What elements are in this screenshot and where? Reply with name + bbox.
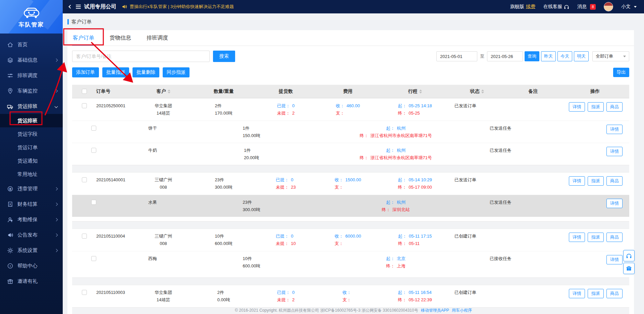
search-input[interactable]: [72, 51, 210, 62]
add-order-button[interactable]: 添加订单: [72, 67, 99, 77]
sidebar-item-invite[interactable]: 邀请有礼: [0, 273, 63, 289]
megaphone-icon: [7, 232, 13, 238]
row-checkbox[interactable]: [82, 177, 87, 182]
sidebar-item-freight-scheduling[interactable]: 货运排班: [0, 99, 63, 114]
goods-button[interactable]: 商品: [606, 233, 623, 242]
assign-button[interactable]: 指派: [588, 102, 604, 112]
chevron-down-icon: [55, 105, 58, 108]
today-button[interactable]: 今天: [557, 51, 572, 61]
topbar: 试用专用公司 曹操出行x车队管家 | 3分钟助你快速解决运力不足难题 旗舰版续费…: [63, 0, 644, 13]
status-text: 已发送订单: [448, 176, 476, 184]
export-button[interactable]: 导出: [613, 68, 629, 77]
date-from-input[interactable]: [436, 51, 477, 61]
date-to-input[interactable]: [487, 51, 523, 61]
row-checkbox[interactable]: [91, 256, 96, 261]
sort-icon: [419, 89, 422, 93]
app-logo[interactable]: 车队管家: [0, 0, 63, 34]
customer-name: 华立集团: [155, 289, 172, 296]
customer-contact: 008: [155, 184, 172, 191]
order-group: 202105250001华立集团14靖芸2件170.00吨已提：0未提：2收：4…: [72, 98, 629, 165]
row-checkbox[interactable]: [91, 126, 96, 131]
customer-service-float-button[interactable]: [623, 250, 635, 261]
tab-customer-orders[interactable]: 客户订单: [72, 35, 95, 46]
tab-scheduling[interactable]: 排班调度: [146, 35, 169, 46]
column-header[interactable]: 客户: [137, 88, 190, 95]
detail-button[interactable]: 详情: [569, 289, 585, 298]
invite-gift-float-button[interactable]: [623, 263, 635, 274]
detail-button[interactable]: 详情: [606, 147, 623, 156]
sidebar-item-finance[interactable]: ¥财务结算: [0, 196, 63, 212]
query-button[interactable]: 查询: [525, 51, 539, 61]
headset-icon: [564, 4, 569, 9]
customer-contact: 14靖芸: [155, 296, 172, 304]
detail-button[interactable]: 详情: [606, 125, 623, 134]
sidebar-subitem-freight-orders[interactable]: 货运订单: [0, 141, 63, 154]
search-button[interactable]: 搜索: [213, 51, 235, 62]
row-actions: 详情: [560, 143, 629, 156]
quantity: 23件: [243, 199, 261, 206]
detail-button[interactable]: 详情: [606, 199, 623, 208]
goods-button[interactable]: 商品: [606, 102, 623, 112]
edition-renew-link[interactable]: 旗舰版续费: [510, 4, 535, 10]
remark-cell: [505, 173, 561, 176]
row-checkbox[interactable]: [82, 103, 87, 108]
yesterday-button[interactable]: 昨天: [541, 51, 556, 61]
sidebar-item-shift-scheduling[interactable]: 排班调度: [0, 68, 63, 83]
goods-button[interactable]: 商品: [606, 289, 623, 298]
sidebar-subitem-common-address[interactable]: 常用地址: [0, 168, 63, 181]
detail-button[interactable]: 详情: [569, 176, 585, 186]
sidebar-item-label: 邀请有礼: [17, 278, 38, 285]
sidebar-item-announcement[interactable]: 公告发布: [0, 227, 63, 243]
select-all-checkbox[interactable]: [82, 89, 87, 94]
assign-button[interactable]: 指派: [588, 289, 604, 298]
detail-button[interactable]: 详情: [606, 255, 623, 264]
sidebar-item-help-center[interactable]: ?帮助中心: [0, 258, 63, 273]
sidebar-item-home[interactable]: 首页: [0, 37, 63, 52]
batch-delete-button[interactable]: 批量删除: [132, 67, 159, 77]
messages-link[interactable]: 消息 8: [577, 4, 596, 10]
sidebar-item-attendance[interactable]: 考勤维保: [0, 212, 63, 227]
detail-button[interactable]: 详情: [569, 102, 585, 112]
date-range-separator: 至: [479, 53, 485, 59]
row-checkbox[interactable]: [91, 200, 96, 205]
sidebar-subitem-freight-fields[interactable]: 货运字段: [0, 127, 63, 141]
trip-cell: 起：05-11 16:54终：05-12 22:39: [381, 285, 448, 304]
column-header[interactable]: 状态: [448, 88, 505, 95]
column-header[interactable]: 行程: [381, 88, 448, 95]
sidebar-item-vehicle-monitor[interactable]: 车辆监控: [0, 83, 63, 99]
row-checkbox[interactable]: [82, 234, 87, 239]
tab-goods-info[interactable]: 货物信息: [109, 35, 132, 46]
order-type-select[interactable]: 全部订单: [592, 51, 629, 61]
orders-table: 订单号客户数量/重量提货数费用行程状态备注操作 202105250001华立集团…: [72, 85, 629, 314]
renew-link[interactable]: 续费: [526, 4, 535, 10]
sidebar-subitem-freight-scheduling-sub[interactable]: 货运排班: [0, 114, 63, 127]
sidebar-item-violation[interactable]: 违违章管理: [0, 181, 63, 196]
sidebar-subitem-freight-notice[interactable]: 货运通知: [0, 154, 63, 168]
mini-program-link[interactable]: 用车小程序: [452, 308, 472, 313]
sidebar-item-settings[interactable]: 系统设置: [0, 243, 63, 258]
menu-list-icon[interactable]: [76, 5, 81, 9]
assign-button[interactable]: 指派: [588, 176, 604, 186]
goods-name: 水果: [148, 199, 157, 206]
row-checkbox[interactable]: [91, 148, 96, 153]
avatar[interactable]: [604, 2, 613, 11]
sync-assign-button[interactable]: 同步指派: [163, 67, 190, 77]
sidebar-item-label: 违章管理: [17, 186, 38, 192]
weight: 600.00吨: [243, 262, 261, 270]
sidebar-item-basic-info[interactable]: 基础信息: [0, 52, 63, 68]
order-group: 202105140001三键广州00823件300.00吨已提：0未提：23收：…: [72, 172, 629, 222]
row-checkbox[interactable]: [82, 290, 87, 295]
order-number: 202105110004: [96, 233, 125, 240]
tomorrow-button[interactable]: 明天: [574, 51, 589, 61]
assign-button[interactable]: 指派: [588, 233, 604, 242]
goods-button[interactable]: 商品: [606, 176, 623, 186]
online-service-link[interactable]: 在线客服: [543, 4, 569, 10]
collapse-sidebar-icon[interactable]: [68, 5, 72, 8]
batch-assign-button[interactable]: 批量指派: [102, 67, 129, 77]
sidebar-item-label: 帮助中心: [17, 263, 38, 269]
location-icon: [7, 87, 13, 94]
sort-icon: [168, 89, 170, 93]
detail-button[interactable]: 详情: [569, 233, 585, 242]
admin-app-link[interactable]: 移动管理员APP: [421, 308, 449, 313]
user-menu[interactable]: 小文: [621, 4, 637, 10]
